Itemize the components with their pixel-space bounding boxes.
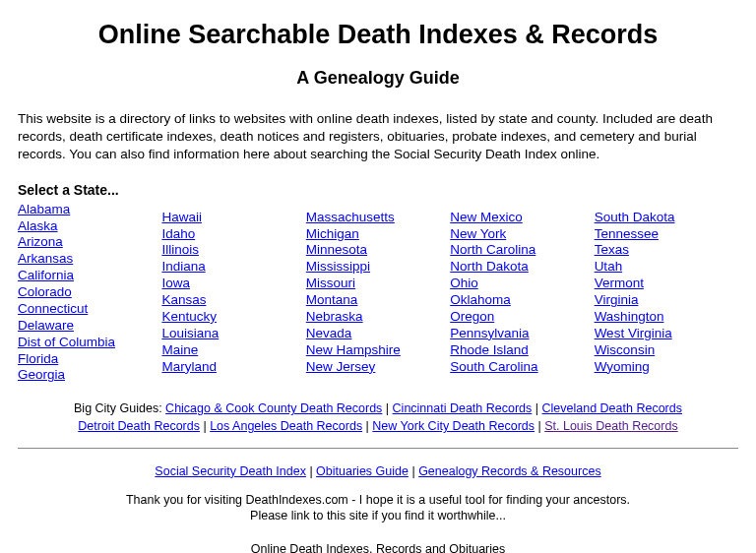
state-link[interactable]: Washington — [595, 309, 738, 326]
state-link[interactable]: Kansas — [161, 292, 305, 309]
city-link[interactable]: Cincinnati Death Records — [393, 401, 533, 415]
page-title: Online Searchable Death Indexes & Record… — [18, 20, 738, 50]
state-link[interactable]: Hawaii — [161, 210, 305, 226]
city-link[interactable]: Detroit Death Records — [78, 419, 200, 433]
state-link[interactable]: Missouri — [306, 276, 450, 292]
state-link[interactable]: Louisiana — [161, 326, 305, 342]
state-link[interactable]: Oklahoma — [450, 292, 594, 309]
state-link[interactable]: Texas — [595, 242, 738, 259]
state-link[interactable]: South Dakota — [595, 210, 738, 226]
page-subtitle: A Genealogy Guide — [18, 68, 738, 89]
footer-thanks: Thank you for visiting DeathIndexes.com … — [126, 493, 630, 507]
state-link[interactable]: Indiana — [161, 259, 305, 276]
state-link[interactable]: Wisconsin — [595, 342, 738, 359]
city-link[interactable]: Los Angeles Death Records — [210, 419, 362, 433]
state-link[interactable]: New Mexico — [450, 210, 594, 226]
state-link[interactable]: Colorado — [18, 284, 161, 301]
state-link[interactable]: Georgia — [18, 367, 161, 384]
city-link[interactable]: St. Louis Death Records — [544, 419, 678, 433]
city-link[interactable]: New York City Death Records — [372, 419, 535, 433]
state-link[interactable]: Idaho — [161, 226, 305, 243]
state-link[interactable]: Vermont — [595, 276, 738, 292]
state-link[interactable]: Arizona — [18, 234, 161, 251]
state-link[interactable]: Delaware — [18, 318, 161, 335]
footer-links: Social Security Death Index | Obituaries… — [18, 464, 738, 478]
state-link[interactable]: Utah — [595, 259, 738, 276]
state-link[interactable]: North Carolina — [450, 242, 594, 259]
big-city-guides: Big City Guides: Chicago & Cook County D… — [18, 399, 738, 435]
state-link[interactable]: Alabama — [18, 202, 161, 218]
city-link[interactable]: Chicago & Cook County Death Records — [165, 401, 382, 415]
footer-link[interactable]: Social Security Death Index — [155, 464, 306, 478]
intro-text: This website is a directory of links to … — [18, 110, 738, 164]
footer-link[interactable]: Genealogy Records & Resources — [418, 464, 601, 478]
state-link[interactable]: South Carolina — [450, 359, 594, 376]
city-link[interactable]: Cleveland Death Records — [542, 401, 682, 415]
state-link[interactable]: Maine — [161, 342, 305, 359]
divider — [18, 448, 738, 449]
state-link[interactable]: West Virginia — [595, 326, 738, 342]
big-city-label: Big City Guides: — [74, 401, 165, 415]
state-link[interactable]: Pennsylvania — [450, 326, 594, 342]
footer-name: Online Death Indexes, Records and Obitua… — [251, 542, 505, 553]
state-link[interactable]: Nebraska — [306, 309, 450, 326]
state-link[interactable]: Montana — [306, 292, 450, 309]
state-link[interactable]: Virginia — [595, 292, 738, 309]
state-link[interactable]: New Hampshire — [306, 342, 450, 359]
state-link[interactable]: Massachusetts — [306, 210, 450, 226]
state-link[interactable]: New Jersey — [306, 359, 450, 376]
footer-text: Thank you for visiting DeathIndexes.com … — [18, 492, 738, 553]
state-link[interactable]: Tennessee — [595, 226, 738, 243]
footer-please: Please link to this site if you find it … — [250, 509, 506, 522]
state-link[interactable]: Oregon — [450, 309, 594, 326]
state-link[interactable]: Rhode Island — [450, 342, 594, 359]
state-link[interactable]: Connecticut — [18, 301, 161, 318]
state-link[interactable]: North Dakota — [450, 259, 594, 276]
state-link[interactable]: Mississippi — [306, 259, 450, 276]
state-link[interactable]: Michigan — [306, 226, 450, 243]
state-link[interactable]: Minnesota — [306, 242, 450, 259]
state-link[interactable]: Arkansas — [18, 251, 161, 268]
state-link[interactable]: Kentucky — [161, 309, 305, 326]
select-state-label: Select a State... — [18, 182, 738, 198]
state-link[interactable]: Alaska — [18, 218, 161, 235]
state-link[interactable]: Ohio — [450, 276, 594, 292]
state-link[interactable]: California — [18, 268, 161, 284]
state-link[interactable]: Dist of Columbia — [18, 335, 161, 351]
state-link[interactable]: Wyoming — [595, 359, 738, 376]
state-link[interactable]: Nevada — [306, 326, 450, 342]
state-link[interactable]: Maryland — [161, 359, 305, 376]
state-link[interactable]: New York — [450, 226, 594, 243]
footer-link[interactable]: Obituaries Guide — [316, 464, 409, 478]
state-link[interactable]: Florida — [18, 351, 161, 368]
state-columns: AlabamaAlaskaArizonaArkansasCaliforniaCo… — [18, 202, 738, 385]
state-link[interactable]: Iowa — [161, 276, 305, 292]
state-link[interactable]: Illinois — [161, 242, 305, 259]
